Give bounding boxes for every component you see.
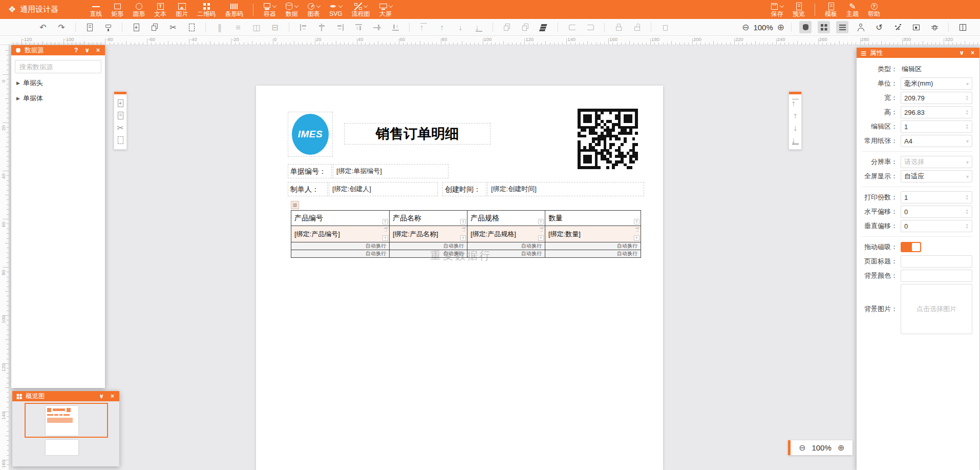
- tool-bigscreen[interactable]: 大屏: [375, 0, 397, 19]
- title-element[interactable]: 销售订单明细: [344, 123, 491, 145]
- split-vertical-button[interactable]: ⊟: [269, 21, 281, 33]
- cut-button[interactable]: ✂: [167, 21, 179, 33]
- text-style-badge[interactable]: T: [382, 235, 388, 241]
- expand-caret-icon[interactable]: ▶: [16, 80, 20, 86]
- text-style-badge[interactable]: T: [460, 235, 466, 241]
- add-page-button[interactable]: [130, 21, 142, 33]
- close-icon[interactable]: ×: [109, 391, 116, 401]
- print-copies-input[interactable]: 1▲▼: [901, 191, 972, 203]
- undo-button[interactable]: ↶: [37, 21, 49, 33]
- text-style-badge[interactable]: T: [634, 219, 640, 224]
- text-style-badge[interactable]: T: [460, 219, 466, 224]
- drag-snap-toggle[interactable]: [901, 242, 921, 252]
- tool-qrcode[interactable]: 二维码: [193, 0, 220, 19]
- delete-button[interactable]: [659, 21, 671, 33]
- design-page[interactable]: IMES 销售订单明细 单据编号： [绑定:单据编号] 制单人： [绑定:创建人…: [256, 86, 663, 470]
- creator-bind-field[interactable]: [绑定:创建人]: [329, 182, 438, 196]
- lock-button[interactable]: [612, 21, 625, 33]
- bring-to-front-button[interactable]: ↑: [417, 21, 430, 33]
- overview-panel-header[interactable]: 概览图 ∨ ×: [12, 391, 119, 401]
- send-to-back-button[interactable]: ↓: [790, 135, 800, 145]
- table-cell[interactable]: [绑定:数量]T: [545, 226, 641, 242]
- tool-data[interactable]: 数据: [281, 0, 303, 19]
- paste-button[interactable]: [185, 21, 198, 33]
- table-cell[interactable]: [绑定:产品规格]T: [467, 226, 545, 242]
- send-to-back-button[interactable]: ↓: [473, 21, 485, 33]
- bigscreen-caret-icon[interactable]: [388, 3, 392, 7]
- drag-handle[interactable]: [789, 92, 801, 94]
- datasource-search-input[interactable]: [15, 60, 101, 73]
- order-no-label[interactable]: 单据编号：: [288, 164, 332, 178]
- created-time-bind-field[interactable]: [绑定:创建时间]: [487, 182, 644, 196]
- add-page-button[interactable]: [115, 98, 125, 108]
- split-horizontal-button[interactable]: ◫: [250, 21, 263, 33]
- layers-button[interactable]: [538, 21, 550, 33]
- collapse-icon[interactable]: ∨: [957, 48, 966, 58]
- delete-cell-icon[interactable]: [635, 227, 640, 232]
- clone-button[interactable]: [501, 21, 513, 33]
- overview-minimap[interactable]: [12, 401, 119, 466]
- data-caret-icon[interactable]: [294, 3, 299, 7]
- magic-button[interactable]: [891, 21, 904, 33]
- resolution-select[interactable]: 请选择▾: [901, 156, 972, 168]
- plugin-button[interactable]: [910, 21, 922, 33]
- minimap-viewport[interactable]: [25, 403, 108, 438]
- tool-chart[interactable]: 图表: [303, 0, 325, 19]
- tool-svg[interactable]: ✒SVG: [325, 0, 347, 19]
- logo-element[interactable]: IMES: [288, 112, 333, 157]
- dropdown-caret-icon[interactable]: ▾: [966, 159, 969, 165]
- bring-to-front-button[interactable]: ↑: [790, 98, 800, 108]
- table-cell[interactable]: 产品规格T: [467, 210, 545, 226]
- datasource-panel-header[interactable]: 数据源 ? ∨ ×: [11, 45, 105, 55]
- tool-text[interactable]: 文本: [150, 0, 171, 19]
- align-left-button[interactable]: [297, 21, 309, 33]
- panel-datasource-toggle-button[interactable]: [799, 21, 812, 33]
- table-cell[interactable]: 自动换行: [291, 250, 389, 257]
- width-spinner[interactable]: ▲▼: [966, 95, 969, 101]
- user-button[interactable]: [855, 21, 867, 33]
- layout-button[interactable]: [956, 21, 969, 33]
- format-brush-button[interactable]: [102, 21, 114, 33]
- close-icon[interactable]: ×: [94, 45, 102, 55]
- chart-caret-icon[interactable]: [316, 3, 321, 7]
- drag-handle[interactable]: [114, 92, 126, 94]
- tool-container[interactable]: 容器: [259, 0, 281, 19]
- order-no-bind-field[interactable]: [绑定:单据编号]: [333, 164, 449, 178]
- align-center-button[interactable]: [315, 21, 328, 33]
- unlock-button[interactable]: [631, 21, 643, 33]
- panel-overview-toggle-button[interactable]: [818, 21, 830, 33]
- panel-properties-toggle-button[interactable]: [836, 21, 848, 33]
- edit-area-spinner[interactable]: ▲▼: [966, 124, 969, 130]
- zoom-in-button[interactable]: ⊕: [775, 22, 786, 33]
- copy-page-button[interactable]: [115, 110, 125, 120]
- delete-cell-icon[interactable]: [539, 227, 544, 232]
- table-cell[interactable]: 产品编号T: [291, 210, 389, 226]
- tool-line[interactable]: 直线: [85, 0, 106, 19]
- tree-item-单据头[interactable]: ▶单据头: [11, 75, 105, 91]
- offset-x-spinner[interactable]: ▲▼: [966, 209, 969, 215]
- bg-image-picker[interactable]: 点击选择图片: [901, 284, 972, 334]
- height-input[interactable]: 296.83▲▼: [901, 106, 972, 118]
- tool-barcode[interactable]: 条形码: [220, 0, 248, 19]
- text-style-badge[interactable]: T: [634, 235, 640, 241]
- clone-format-button[interactable]: [519, 21, 531, 33]
- offset-y-spinner[interactable]: ▲▼: [966, 223, 969, 229]
- bg-color-input[interactable]: [901, 270, 972, 282]
- tool-theme[interactable]: ✎主题: [842, 0, 863, 19]
- created-time-label[interactable]: 创建时间：: [442, 182, 486, 196]
- save-caret-icon[interactable]: [780, 3, 784, 7]
- edit-area-input[interactable]: 1▲▼: [901, 120, 972, 133]
- table-settings-icon[interactable]: ▦: [291, 201, 299, 209]
- copy-page-button[interactable]: [148, 21, 161, 33]
- ungroup-button[interactable]: [566, 21, 578, 33]
- tool-help[interactable]: 帮助: [863, 0, 885, 19]
- offset-x-input[interactable]: 0▲▼: [901, 206, 972, 218]
- align-top-button[interactable]: [352, 21, 365, 33]
- width-input[interactable]: 209.79▲▼: [901, 92, 972, 104]
- table-cell[interactable]: 自动换行: [291, 242, 389, 250]
- dropdown-caret-icon[interactable]: ▾: [966, 174, 969, 179]
- text-style-badge[interactable]: T: [382, 219, 388, 224]
- paper-select[interactable]: A4▾: [901, 135, 972, 147]
- table-cell[interactable]: 数量T: [545, 210, 641, 226]
- tool-image[interactable]: 图片: [171, 0, 193, 19]
